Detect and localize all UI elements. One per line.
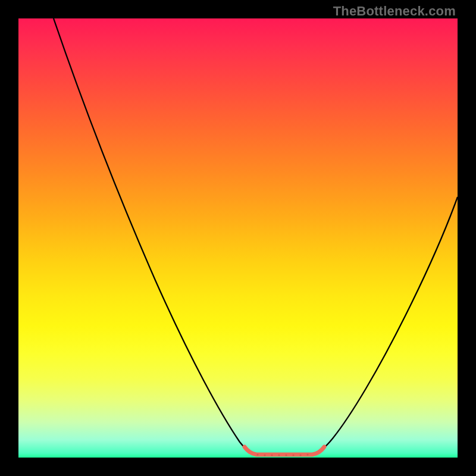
- optimal-band: [245, 447, 324, 455]
- chart-frame: TheBottleneck.com: [0, 0, 476, 476]
- svg-point-1: [264, 454, 265, 456]
- svg-point-0: [256, 453, 258, 455]
- svg-point-6: [299, 454, 301, 456]
- plot-area: [18, 18, 458, 458]
- svg-point-3: [278, 454, 280, 456]
- svg-point-5: [292, 454, 294, 456]
- bottleneck-curve-left: [54, 18, 255, 455]
- attribution-watermark: TheBottleneck.com: [333, 4, 456, 19]
- svg-point-2: [271, 454, 273, 456]
- svg-point-4: [285, 454, 287, 456]
- curve-overlay: [18, 18, 458, 458]
- bottleneck-curve-right: [314, 197, 458, 455]
- svg-point-7: [306, 453, 308, 455]
